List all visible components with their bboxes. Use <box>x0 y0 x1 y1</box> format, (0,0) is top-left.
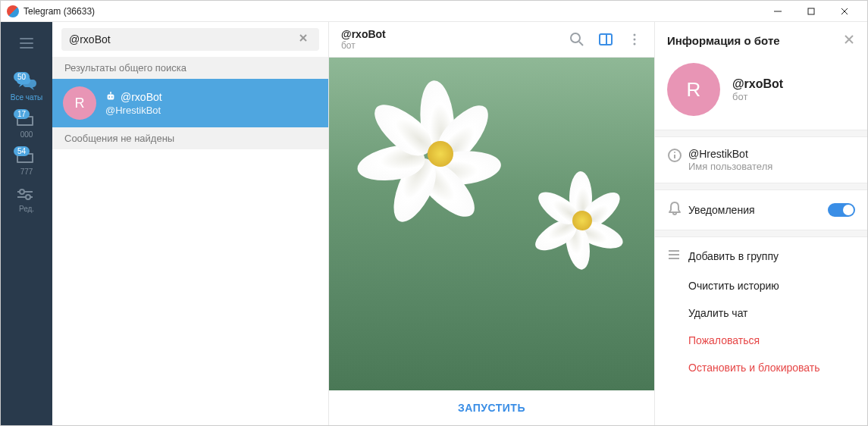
result-subtitle: @HrestikBot <box>105 105 318 116</box>
rail-label: Все чаты <box>11 93 42 102</box>
svg-point-12 <box>111 96 113 98</box>
action-label: Удалить чат <box>688 307 748 319</box>
sliders-icon <box>16 186 37 203</box>
folder-icon: 54 <box>16 149 37 166</box>
svg-point-5 <box>20 190 24 194</box>
side-panel-icon[interactable] <box>598 32 613 47</box>
search-result-item[interactable]: R @rxoBot @HrestikBot <box>52 79 328 127</box>
svg-point-19 <box>634 34 636 36</box>
clear-history-button[interactable]: Очистить историю <box>655 272 867 299</box>
rail-item-777[interactable]: 54 777 <box>1 145 52 182</box>
chat-background <box>329 58 654 390</box>
maximize-button[interactable] <box>794 2 828 21</box>
action-label: Добавить в группу <box>688 250 779 262</box>
search-input[interactable] <box>69 33 295 45</box>
bot-info-panel: Информация о боте R @rxoBot бот @Hrestik… <box>655 22 867 425</box>
delete-chat-button[interactable]: Удалить чат <box>655 299 867 327</box>
info-icon <box>667 148 688 166</box>
divider <box>655 230 867 237</box>
bot-icon <box>105 91 116 104</box>
svg-point-7 <box>26 195 30 199</box>
rail-badge: 17 <box>14 109 30 119</box>
chat-view: @rxoBot бот <box>329 22 655 425</box>
folder-icon: 17 <box>16 112 37 129</box>
results-section-header: Результаты общего поиска <box>52 57 328 79</box>
add-to-group-button[interactable]: Добавить в группу <box>655 240 867 272</box>
chat-subtitle: бот <box>341 40 569 51</box>
svg-point-11 <box>108 96 110 98</box>
info-username-row[interactable]: @HrestikBot Имя пользователя <box>655 137 867 183</box>
notifications-row: Уведомления <box>655 190 867 230</box>
action-label: Остановить и блокировать <box>688 362 820 374</box>
start-button[interactable]: ЗАПУСТИТЬ <box>329 390 654 425</box>
rail-label: Ред. <box>19 205 34 213</box>
svg-point-20 <box>634 39 636 41</box>
titlebar: Telegram (36633) <box>1 1 867 22</box>
notifications-label: Уведомления <box>688 204 828 216</box>
svg-point-14 <box>110 91 111 92</box>
result-title: @rxoBot <box>121 91 162 103</box>
rail-badge: 50 <box>14 72 30 82</box>
close-window-button[interactable] <box>828 2 861 21</box>
svg-rect-1 <box>808 8 814 14</box>
stop-and-block-button[interactable]: Остановить и блокировать <box>655 354 867 381</box>
flower-decoration-icon <box>363 77 515 228</box>
chats-icon: 50 <box>16 75 37 92</box>
rail-label: 000 <box>20 130 33 139</box>
folder-rail: 50 Все чаты 17 000 54 777 <box>1 22 52 425</box>
close-panel-icon[interactable] <box>843 33 855 48</box>
divider <box>655 183 867 190</box>
svg-point-26 <box>674 152 675 153</box>
rail-item-edit[interactable]: Ред. <box>1 182 52 219</box>
info-type: бот <box>732 91 783 102</box>
notifications-toggle[interactable] <box>828 203 855 217</box>
info-profile: R @rxoBot бот <box>655 55 867 130</box>
window-title: Telegram (36633) <box>24 6 761 17</box>
chat-header: @rxoBot бот <box>329 22 654 58</box>
rail-item-all-chats[interactable]: 50 Все чаты <box>1 70 52 108</box>
more-icon[interactable] <box>627 32 642 47</box>
menu-button[interactable] <box>13 30 40 57</box>
list-icon <box>667 248 688 265</box>
chat-title[interactable]: @rxoBot <box>341 28 569 40</box>
chat-list-panel: Результаты общего поиска R @rxoBot @Hres… <box>52 22 329 425</box>
app-icon <box>7 5 19 17</box>
divider <box>655 130 867 137</box>
rail-badge: 54 <box>14 146 30 156</box>
flower-decoration-icon <box>533 171 631 270</box>
clear-search-icon[interactable] <box>295 33 312 46</box>
report-button[interactable]: Пожаловаться <box>655 327 867 354</box>
svg-line-16 <box>579 42 583 45</box>
search-in-chat-icon[interactable] <box>569 32 584 47</box>
bell-icon <box>667 201 688 219</box>
info-panel-title: Информация о боте <box>667 34 843 47</box>
info-username: @HrestikBot <box>688 148 855 160</box>
svg-point-21 <box>634 43 636 45</box>
rail-item-000[interactable]: 17 000 <box>1 108 52 145</box>
no-messages-label: Сообщения не найдены <box>52 127 328 149</box>
action-label: Пожаловаться <box>688 334 760 346</box>
avatar: R <box>63 86 96 120</box>
search-box[interactable] <box>61 28 319 51</box>
info-username-label: Имя пользователя <box>688 161 855 172</box>
svg-rect-10 <box>108 94 114 99</box>
svg-point-15 <box>571 33 580 42</box>
rail-label: 777 <box>20 168 33 176</box>
action-label: Очистить историю <box>688 280 779 292</box>
info-name: @rxoBot <box>732 77 783 91</box>
info-avatar[interactable]: R <box>667 63 720 116</box>
minimize-button[interactable] <box>761 2 794 21</box>
